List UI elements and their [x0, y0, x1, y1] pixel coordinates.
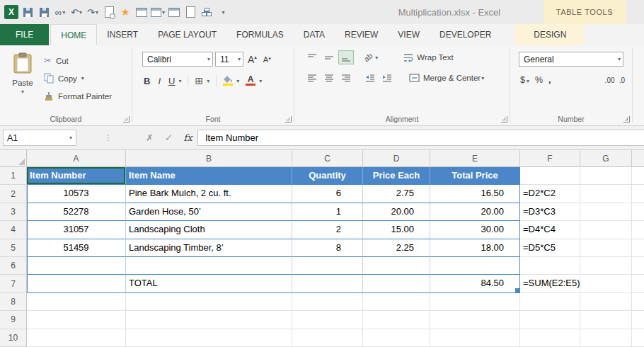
cell-C6[interactable] [292, 257, 363, 275]
cell-B7[interactable]: TOTAL [126, 275, 292, 292]
column-header-E[interactable]: E [430, 150, 520, 167]
favorites-button[interactable]: ★ [118, 5, 132, 19]
cell-B4[interactable]: Landscaping Cloth [126, 221, 292, 239]
cell-B10[interactable] [126, 329, 292, 347]
increase-font-size-button[interactable]: A▴ [246, 54, 259, 65]
cell-E8[interactable] [430, 293, 520, 311]
cell-A2[interactable]: 10573 [27, 185, 126, 203]
tab-page-layout[interactable]: PAGE LAYOUT [148, 24, 226, 45]
tab-insert[interactable]: INSERT [97, 24, 148, 45]
orientation-button[interactable]: ab ▾ [364, 53, 378, 62]
row-header-8[interactable]: 8 [0, 293, 27, 311]
name-box-splitter[interactable]: ⋮ [76, 133, 140, 142]
cell-H4[interactable] [632, 221, 644, 239]
new-window-button[interactable]: ▾ [151, 5, 165, 19]
cell-D9[interactable] [363, 311, 430, 329]
cell-H10[interactable] [632, 329, 644, 347]
redo-button[interactable]: ↷▾ [86, 5, 100, 19]
cell-H1[interactable] [632, 167, 644, 185]
tab-formulas[interactable]: FORMULAS [226, 24, 294, 45]
select-all-corner[interactable] [0, 150, 27, 167]
cell-H2[interactable] [632, 185, 644, 203]
row-header-10[interactable]: 10 [0, 329, 27, 347]
align-left-button[interactable] [304, 71, 320, 85]
cell-G10[interactable] [580, 329, 632, 347]
cell-C1[interactable]: Quantity [292, 167, 363, 185]
underline-button[interactable]: U [168, 76, 175, 86]
column-header-clip[interactable] [632, 150, 644, 167]
font-color-button[interactable]: A [246, 76, 255, 86]
cell-A10[interactable] [27, 329, 126, 347]
font-family-select[interactable]: Calibri ▾ [142, 52, 213, 67]
middle-align-button[interactable] [321, 50, 337, 64]
increase-decimal-button[interactable]: .00 [605, 76, 615, 84]
cell-B6[interactable] [126, 257, 292, 275]
borders-button[interactable]: ⊞ [195, 75, 203, 86]
bold-button[interactable]: B [144, 76, 150, 86]
cell-A4[interactable]: 31057 [27, 221, 126, 239]
decrease-font-size-button[interactable]: A▾ [261, 55, 273, 64]
cell-C4[interactable]: 2 [292, 221, 363, 239]
cell-G6[interactable] [580, 257, 632, 275]
cell-E10[interactable] [430, 329, 520, 347]
cell-B3[interactable]: Garden Hose, 50’ [126, 203, 292, 221]
font-size-select[interactable]: 11 ▾ [215, 52, 243, 67]
decrease-indent-button[interactable] [362, 71, 378, 85]
cell-H9[interactable] [632, 311, 644, 329]
cell-E9[interactable] [430, 311, 520, 329]
document-button[interactable] [183, 5, 197, 19]
cell-H5[interactable] [632, 239, 644, 257]
cell-G1[interactable] [580, 167, 632, 185]
undo-button[interactable]: ↶▾ [69, 5, 84, 19]
cell-F9[interactable] [520, 311, 580, 329]
cell-G7[interactable] [580, 275, 632, 292]
row-header-4[interactable]: 4 [0, 221, 27, 239]
format-painter-button[interactable]: Format Painter [44, 87, 132, 105]
increase-indent-button[interactable] [379, 71, 395, 85]
cell-B9[interactable] [126, 311, 292, 329]
row-header-3[interactable]: 3 [0, 203, 27, 221]
cell-E5[interactable]: 18.00 [430, 239, 520, 257]
cell-C2[interactable]: 6 [292, 185, 363, 203]
cancel-button[interactable]: ✗ [140, 130, 159, 146]
cell-C5[interactable]: 8 [292, 239, 363, 257]
column-header-B[interactable]: B [126, 150, 292, 167]
copy-button[interactable]: Copy ▾ [44, 69, 132, 87]
cell-H6[interactable] [632, 257, 644, 275]
cell-A9[interactable] [27, 311, 126, 329]
cell-D1[interactable]: Price Each [363, 167, 430, 185]
cell-E1[interactable]: Total Price [430, 167, 520, 185]
merge-center-button[interactable]: Merge & Center ▾ [409, 74, 484, 82]
cell-A6[interactable] [27, 257, 126, 275]
fill-color-button[interactable] [223, 76, 233, 86]
row-header-7[interactable]: 7 [0, 275, 27, 292]
fill-color-dropdown-icon[interactable]: ▾ [236, 78, 239, 84]
column-header-G[interactable]: G [580, 150, 632, 167]
cell-E7[interactable]: 84.50 [430, 275, 520, 292]
cell-A3[interactable]: 52278 [27, 203, 126, 221]
percent-style-button[interactable]: % [535, 75, 543, 85]
tab-design[interactable]: DESIGN [515, 24, 585, 45]
cell-G9[interactable] [580, 311, 632, 329]
column-header-D[interactable]: D [363, 150, 430, 167]
excel-logo-icon[interactable]: X [4, 5, 18, 19]
cell-H8[interactable] [632, 293, 644, 311]
cell-F10[interactable] [520, 329, 580, 347]
paste-button[interactable]: Paste ▾ [6, 48, 40, 113]
number-format-select[interactable]: General ▾ [519, 52, 623, 67]
table-resize-handle[interactable] [515, 288, 519, 292]
cell-F2[interactable]: =D2*C2 [520, 185, 580, 203]
column-header-A[interactable]: A [27, 150, 126, 167]
cell-F4[interactable]: =D4*C4 [520, 221, 580, 239]
cell-A1[interactable]: Item Number [27, 167, 126, 185]
decrease-decimal-button[interactable]: .0 [619, 76, 625, 84]
cell-H7[interactable] [632, 275, 644, 292]
tab-data[interactable]: DATA [294, 24, 335, 45]
cell-A8[interactable] [27, 293, 126, 311]
cell-F8[interactable] [520, 293, 580, 311]
bottom-align-button[interactable] [338, 50, 354, 64]
name-box[interactable]: A1 ▾ [3, 130, 76, 146]
cell-C3[interactable]: 1 [292, 203, 363, 221]
row-header-5[interactable]: 5 [0, 239, 27, 257]
italic-button[interactable]: I [156, 76, 162, 86]
